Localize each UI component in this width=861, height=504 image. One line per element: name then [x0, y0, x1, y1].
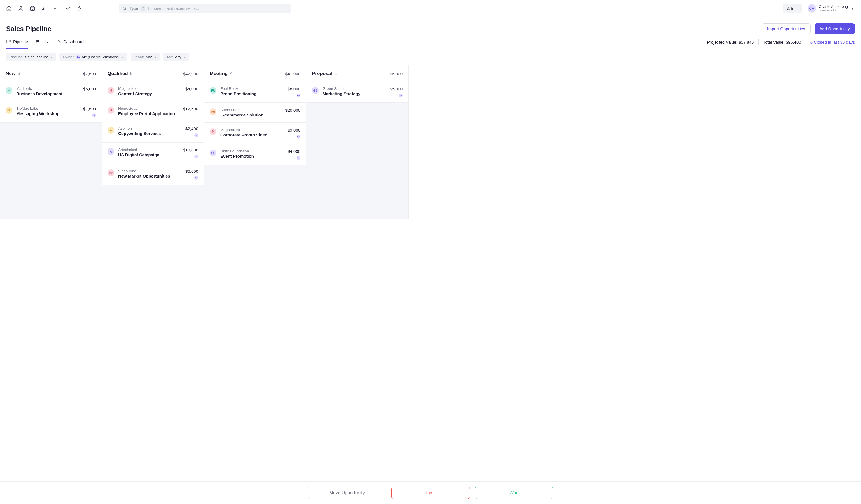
tab-dashboard[interactable]: Dashboard [56, 39, 84, 49]
tab-list-label: List [42, 39, 49, 44]
card-opportunity-name: Marketing Strategy [323, 91, 386, 96]
column-total: $41,000 [285, 71, 300, 76]
column-count: 5 [130, 71, 133, 77]
svg-point-6 [36, 41, 37, 42]
user-menu[interactable]: CA Charlie Armstrong Lookmark Inc ▾ [806, 3, 855, 14]
tab-pipeline[interactable]: Pipeline [6, 39, 28, 49]
card-main: Video VineNew Market Opportunities [118, 169, 181, 180]
column-total: $5,000 [390, 71, 402, 76]
card-opportunity-name: Copywriting Services [118, 131, 181, 136]
filter-owner[interactable]: Owner: CA Me (Charlie Armstrong) ⌄ [59, 53, 127, 61]
card-right: $20,000 [285, 108, 300, 117]
column-count: 1 [334, 71, 337, 77]
card-company: Aspirion [118, 126, 181, 131]
pipeline-column: Meeting4$41,000FRFuel RocketBrand Positi… [204, 65, 306, 219]
opportunity-card[interactable]: AAspirionCopywriting Services$2,400CA [102, 121, 204, 142]
pipeline-column: Qualified5$42,900MMagnetizedContent Stra… [102, 65, 204, 219]
opportunity-card[interactable]: MMagnetizedContent Strategy$4,000 [102, 81, 204, 101]
column-header: Meeting4$41,000 [204, 65, 306, 82]
opportunity-card[interactable]: MMagnetizedCorporate Promo Video$9,000CA [204, 122, 306, 144]
filter-owner-label: Owner: [63, 55, 74, 59]
filter-team[interactable]: Team: Any ⌄ [131, 53, 160, 61]
filter-pipeline[interactable]: Pipeline: Sales Pipeline ⌄ [6, 53, 56, 61]
opportunity-card[interactable]: HHomesteadEmployee Portal Application$12… [102, 101, 204, 121]
divider [758, 40, 758, 44]
card-main: Green StitchMarketing Strategy [323, 86, 386, 97]
company-avatar: A [108, 127, 114, 134]
user-meta: Charlie Armstrong Lookmark Inc [819, 4, 848, 13]
card-company: BioMax Labs [16, 106, 79, 111]
import-opportunities-button[interactable]: Import Opportunities [762, 23, 810, 34]
card-value: $6,000 [186, 169, 198, 174]
user-avatar: CA [807, 4, 816, 13]
filter-tag[interactable]: Tag: Any ⌄ [163, 53, 189, 61]
filter-tag-label: Tag: [166, 55, 173, 59]
topbar: Type / for search and recent items... Ad… [0, 0, 861, 17]
column-title: Meeting [210, 71, 228, 77]
stats: Projected Value: $57,840 Total Value: $9… [707, 40, 855, 49]
filters-row: Pipeline: Sales Pipeline ⌄ Owner: CA Me … [0, 49, 861, 65]
chevron-down-icon: ⌄ [154, 55, 156, 58]
list-lines-icon[interactable] [53, 5, 59, 11]
owner-badge-icon: CA [297, 94, 300, 97]
svg-point-5 [36, 40, 37, 41]
card-main: Audio HiveE-commerce Solution [220, 108, 282, 117]
add-opportunity-button[interactable]: Add Opportunity [815, 23, 855, 34]
opportunity-card[interactable]: AArtechnicalUS Digital Campaign$18,000CA [102, 142, 204, 164]
card-opportunity-name: Brand Positioning [220, 91, 284, 96]
card-right: $18,000CA [183, 148, 198, 159]
pipeline-column: New3$7,500MMarketricBusiness Development… [0, 65, 102, 219]
home-icon[interactable] [6, 5, 12, 11]
company-avatar: FR [210, 87, 216, 94]
stat-projected: Projected Value: $57,840 [707, 40, 754, 44]
page-title: Sales Pipeline [6, 25, 51, 33]
opportunity-card[interactable]: UFUnity FoundationEvent Promotion$4,000C… [204, 144, 306, 165]
card-value: $12,500 [183, 106, 198, 111]
calendar-icon[interactable] [30, 5, 35, 11]
opportunity-card[interactable]: GSGreen StitchMarketing Strategy$5,000CA [306, 81, 408, 103]
bolt-icon[interactable] [77, 5, 82, 11]
person-icon[interactable] [18, 5, 24, 11]
column-body: GSGreen StitchMarketing Strategy$5,000CA [306, 82, 408, 219]
column-title: New [5, 71, 15, 77]
card-company: Magnetized [118, 86, 181, 91]
card-main: HomesteadEmployee Portal Application [118, 106, 179, 116]
chevron-down-icon: ⌄ [51, 55, 53, 58]
add-button[interactable]: Add + [783, 4, 802, 13]
card-value: $2,400 [186, 126, 198, 131]
search-type-label: Type [129, 6, 138, 11]
column-count: 4 [230, 71, 232, 77]
bars-icon[interactable] [41, 5, 47, 11]
tabs-row: Pipeline List Dashboard Projected Value:… [0, 34, 861, 49]
opportunity-card[interactable]: MMarketricBusiness Development$5,000 [0, 81, 101, 101]
user-name: Charlie Armstrong [819, 4, 848, 9]
company-avatar: GS [312, 87, 319, 94]
card-company: Green Stitch [323, 86, 386, 91]
card-opportunity-name: Employee Portal Application [118, 111, 179, 116]
owner-badge-icon: CA [194, 176, 198, 180]
opportunity-card[interactable]: VVVideo VineNew Market Opportunities$6,0… [102, 164, 204, 185]
trend-icon[interactable] [65, 5, 71, 11]
chevron-down-icon: ▾ [852, 7, 853, 10]
card-opportunity-name: Corporate Promo Video [220, 133, 284, 137]
owner-badge-icon: CA [194, 133, 198, 137]
chevron-down-icon: ⌄ [122, 55, 124, 58]
card-right: $6,000CA [186, 169, 198, 180]
add-button-label: Add [787, 6, 794, 11]
card-company: Artechnical [118, 148, 179, 152]
tab-list[interactable]: List [35, 39, 49, 49]
opportunity-card[interactable]: AHAudio HiveE-commerce Solution$20,000 [204, 103, 306, 123]
opportunity-card[interactable]: FRFuel RocketBrand Positioning$8,000CA [204, 81, 306, 103]
card-main: Unity FoundationEvent Promotion [220, 149, 284, 160]
stat-closed-link[interactable]: 6 Closed in last 30 days [810, 40, 855, 44]
column-total: $7,500 [83, 71, 96, 76]
search-input[interactable]: Type / for search and recent items... [119, 4, 291, 13]
card-opportunity-name: E-commerce Solution [220, 112, 282, 117]
card-value: $1,500 [83, 106, 96, 111]
card-company: Fuel Rocket [220, 86, 284, 91]
card-company: Marketric [16, 86, 79, 91]
opportunity-card[interactable]: BLBioMax LabsMessaging Workshop$1,500CA [0, 101, 101, 123]
column-header: Proposal1$5,000 [306, 65, 408, 82]
plus-icon: + [795, 6, 798, 11]
card-right: $4,000 [186, 86, 198, 96]
